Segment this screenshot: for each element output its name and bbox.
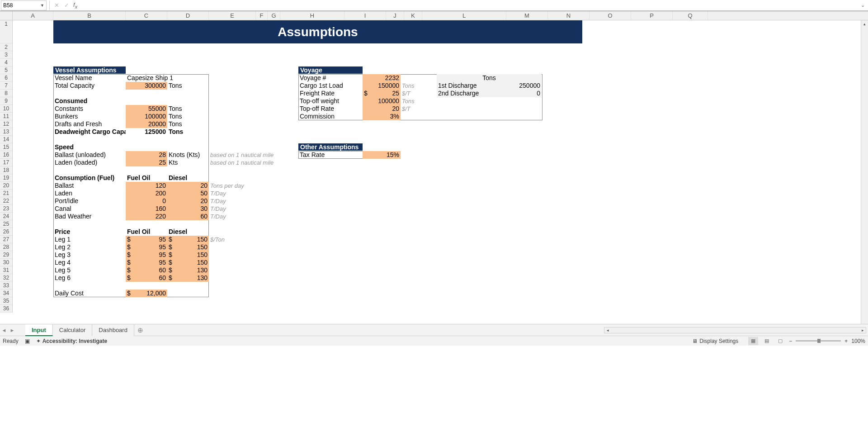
zoom-slider[interactable] <box>796 340 841 342</box>
select-all-corner[interactable] <box>0 11 13 20</box>
row-25[interactable]: 25 <box>0 220 12 228</box>
col-L[interactable]: L <box>422 11 506 20</box>
row-32[interactable]: 32 <box>0 274 12 282</box>
total-capacity-value[interactable]: 300000 <box>126 82 167 90</box>
col-E[interactable]: E <box>209 11 256 20</box>
accessibility-status[interactable]: ✦Accessibility: Investigate <box>36 338 107 344</box>
row-8[interactable]: 8 <box>0 90 12 97</box>
row-36[interactable]: 36 <box>0 305 12 313</box>
col-Q[interactable]: Q <box>673 11 708 20</box>
leg-3-fueloil[interactable]: $95 <box>126 251 167 259</box>
add-sheet-icon[interactable]: ⊕ <box>134 326 147 334</box>
tab-calculator[interactable]: Calculator <box>53 324 93 336</box>
cell-area[interactable]: Assumptions Vessel Assumptions Vessel Na… <box>13 20 861 324</box>
topoff-rate-value[interactable]: 20 <box>363 105 401 113</box>
row-3[interactable]: 3 <box>0 51 12 59</box>
leg-4-fueloil[interactable]: $95 <box>126 259 167 266</box>
zoom-out-button[interactable]: − <box>789 338 792 344</box>
scroll-up-icon[interactable]: ▴ <box>861 20 868 28</box>
row-2[interactable]: 2 <box>0 43 12 51</box>
row-4[interactable]: 4 <box>0 59 12 66</box>
row-19[interactable]: 19 <box>0 174 12 182</box>
leg-6-diesel[interactable]: $130 <box>167 274 209 282</box>
col-A[interactable]: A <box>13 11 53 20</box>
page-break-view-icon[interactable]: ▢ <box>775 337 785 345</box>
row-7[interactable]: 7 <box>0 82 12 90</box>
row-23[interactable]: 23 <box>0 205 12 213</box>
cons-laden-d[interactable]: 50 <box>167 190 209 197</box>
cons-port-d[interactable]: 20 <box>167 197 209 205</box>
cons-weather-fo[interactable]: 220 <box>126 213 167 220</box>
row-14[interactable]: 14 <box>0 136 12 143</box>
voyage-num-value[interactable]: 2232 <box>363 74 401 82</box>
cons-weather-d[interactable]: 60 <box>167 213 209 220</box>
ballast-speed-value[interactable]: 28 <box>126 151 167 159</box>
horizontal-scrollbar[interactable]: ◂ ▸ <box>604 327 866 333</box>
page-layout-view-icon[interactable]: ▤ <box>762 337 772 345</box>
normal-view-icon[interactable]: ▦ <box>748 337 758 345</box>
col-I[interactable]: I <box>344 11 386 20</box>
tab-nav-prev-icon[interactable]: ◄ <box>0 328 8 333</box>
vertical-scrollbar[interactable]: ▴ <box>861 20 868 324</box>
cargo-value[interactable]: 150000 <box>363 82 401 90</box>
commission-value[interactable]: 3% <box>363 113 401 120</box>
scroll-right-icon[interactable]: ▸ <box>859 328 866 332</box>
col-O[interactable]: O <box>590 11 631 20</box>
name-box-dropdown-icon[interactable]: ▼ <box>40 3 44 8</box>
cons-port-fo[interactable]: 0 <box>126 197 167 205</box>
cons-ballast-d[interactable]: 20 <box>167 182 209 190</box>
row-35[interactable]: 35 <box>0 297 12 305</box>
leg-1-fueloil[interactable]: $95 <box>126 236 167 243</box>
row-1[interactable]: 1 <box>0 20 12 43</box>
col-K[interactable]: K <box>404 11 422 20</box>
tab-nav-next-icon[interactable]: ► <box>8 328 16 333</box>
name-box[interactable]: B58 ▼ <box>1 0 47 10</box>
col-B[interactable]: B <box>53 11 126 20</box>
row-24[interactable]: 24 <box>0 213 12 220</box>
row-29[interactable]: 29 <box>0 251 12 259</box>
row-31[interactable]: 31 <box>0 266 12 274</box>
leg-3-diesel[interactable]: $150 <box>167 251 209 259</box>
leg-4-diesel[interactable]: $150 <box>167 259 209 266</box>
leg-6-fueloil[interactable]: $60 <box>126 274 167 282</box>
cons-canal-fo[interactable]: 160 <box>126 205 167 213</box>
row-33[interactable]: 33 <box>0 282 12 290</box>
row-18[interactable]: 18 <box>0 166 12 174</box>
fx-icon[interactable]: fx <box>73 1 77 10</box>
zoom-in-button[interactable]: + <box>844 338 848 344</box>
display-settings-button[interactable]: 🖥Display Settings <box>692 338 738 344</box>
row-20[interactable]: 20 <box>0 182 12 190</box>
row-11[interactable]: 11 <box>0 113 12 120</box>
row-28[interactable]: 28 <box>0 243 12 251</box>
leg-1-diesel[interactable]: $150 <box>167 236 209 243</box>
row-9[interactable]: 9 <box>0 97 12 105</box>
leg-5-fueloil[interactable]: $60 <box>126 266 167 274</box>
col-N[interactable]: N <box>548 11 590 20</box>
drafts-value[interactable]: 20000 <box>126 120 167 128</box>
topoff-weight-value[interactable]: 100000 <box>363 97 401 105</box>
row-6[interactable]: 6 <box>0 74 12 82</box>
cons-canal-d[interactable]: 30 <box>167 205 209 213</box>
col-F[interactable]: F <box>256 11 268 20</box>
col-M[interactable]: M <box>506 11 548 20</box>
row-5[interactable]: 5 <box>0 66 12 74</box>
daily-cost-value[interactable]: $12,000 <box>126 290 167 297</box>
row-12[interactable]: 12 <box>0 120 12 128</box>
row-13[interactable]: 13 <box>0 128 12 136</box>
row-17[interactable]: 17 <box>0 159 12 166</box>
expand-formula-bar-icon[interactable]: ⌄ <box>857 2 868 8</box>
cons-ballast-fo[interactable]: 120 <box>126 182 167 190</box>
row-34[interactable]: 34 <box>0 290 12 297</box>
leg-2-diesel[interactable]: $150 <box>167 243 209 251</box>
row-26[interactable]: 26 <box>0 228 12 236</box>
row-22[interactable]: 22 <box>0 197 12 205</box>
row-27[interactable]: 27 <box>0 236 12 243</box>
row-30[interactable]: 30 <box>0 259 12 266</box>
bunkers-value[interactable]: 100000 <box>126 113 167 120</box>
row-15[interactable]: 15 <box>0 143 12 151</box>
col-J[interactable]: J <box>386 11 404 20</box>
constants-value[interactable]: 55000 <box>126 105 167 113</box>
row-21[interactable]: 21 <box>0 190 12 197</box>
tab-dashboard[interactable]: Dashboard <box>92 324 134 336</box>
freight-value[interactable]: $25 <box>363 90 401 97</box>
